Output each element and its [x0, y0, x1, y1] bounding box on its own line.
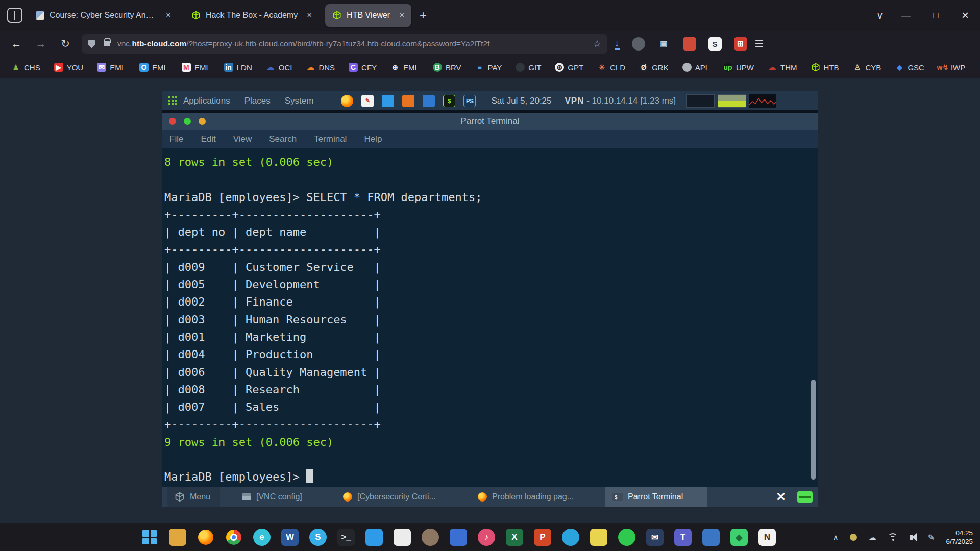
forward-button[interactable]: →	[29, 38, 53, 50]
cloud-tray-icon[interactable]: ☁	[868, 533, 876, 542]
bookmark-gsc-21[interactable]: ◆GSC	[895, 63, 924, 72]
taskbar-clock[interactable]: 04:256/7/2025	[946, 529, 973, 546]
powershell-icon[interactable]: PS	[463, 95, 476, 107]
back-button[interactable]: ←	[4, 38, 29, 50]
new-tab-button[interactable]: +	[420, 8, 427, 22]
url-text[interactable]: vnc.htb-cloud.com/?host=proxy-uk.htb-clo…	[117, 39, 593, 48]
https-lock-icon[interactable]	[104, 41, 110, 46]
window-close-button[interactable]: ×	[950, 0, 980, 31]
account-icon[interactable]	[632, 37, 645, 51]
terminal-menu-help[interactable]: Help	[364, 134, 382, 144]
vnc-task--cybersecurity-certi---[interactable]: [Cybersecurity Certi...	[336, 487, 456, 507]
volume-icon[interactable]	[910, 533, 917, 541]
applications-grid-icon[interactable]	[168, 96, 177, 105]
hidden-icons-chevron[interactable]: ∧	[832, 533, 839, 542]
vnc-viewer-canvas[interactable]: ApplicationsPlacesSystem ✎$PS Sat Jul 5,…	[162, 91, 818, 507]
tab-3[interactable]: HTB Viewer×	[325, 4, 411, 27]
panel-menu-system[interactable]: System	[285, 96, 314, 106]
bookmark-dns-7[interactable]: ☁DNS	[306, 63, 335, 72]
bookmark-cyb-20[interactable]: ♙CYB	[853, 63, 881, 72]
bookmark-cfy-8[interactable]: CCFY	[349, 63, 377, 72]
bookmark-htb-19[interactable]: HTB	[811, 63, 839, 72]
pen-tray-icon[interactable]: ✎	[928, 533, 935, 542]
tracking-protection-shield-icon[interactable]	[88, 40, 95, 48]
bookmark-oci-6[interactable]: ☁OCI	[266, 63, 292, 72]
skype-icon[interactable]: S	[309, 529, 327, 546]
panel-menu-applications[interactable]: Applications	[183, 96, 230, 106]
store-app-icon[interactable]	[450, 529, 467, 546]
sidebar-tabs-icon[interactable]	[7, 8, 22, 23]
terminal-icon[interactable]: >_	[337, 529, 355, 546]
taskbar-close-icon[interactable]: ✕	[776, 490, 786, 504]
vscode-icon[interactable]	[365, 529, 383, 546]
burpsuite-icon[interactable]	[402, 95, 414, 107]
notepad-app-icon[interactable]: N	[758, 529, 776, 546]
red-grid-extension-icon[interactable]: ⊞	[734, 37, 747, 51]
tab-1[interactable]: Course: Cyber Security Analyst -×	[29, 4, 178, 27]
app-menu-hamburger-icon[interactable]: ☰	[747, 38, 772, 50]
gimp-icon[interactable]	[422, 529, 439, 546]
bookmark-eml-2[interactable]: ✉EML	[97, 63, 126, 72]
notes-app-icon[interactable]	[394, 529, 411, 546]
display-settings-icon[interactable]	[797, 491, 813, 503]
ublock-icon[interactable]	[683, 37, 696, 51]
whatsapp-icon[interactable]	[618, 529, 635, 546]
tab-close-icon[interactable]: ×	[399, 10, 404, 20]
bookmark-eml-4[interactable]: MEML	[182, 63, 210, 72]
bookmark-eml-9[interactable]: ⊕EML	[390, 63, 419, 72]
bookmark-thm-18[interactable]: ☁THM	[768, 63, 797, 72]
workspace-preview-thumbnail[interactable]	[718, 94, 746, 108]
window-minimize-button[interactable]: —	[891, 0, 921, 31]
bookmark-git-12[interactable]: GIT	[516, 63, 541, 72]
excel-icon[interactable]: X	[506, 529, 523, 546]
bookmark-grk-15[interactable]: ØGRK	[639, 63, 669, 72]
word-icon[interactable]: W	[281, 529, 299, 546]
terminal-menu-file[interactable]: File	[169, 134, 183, 144]
vnc-task-problem-loading-pag---[interactable]: Problem loading pag...	[471, 487, 591, 507]
sticky-notes-icon[interactable]	[590, 529, 607, 546]
parrot-clock[interactable]: Sat Jul 5, 20:25	[491, 96, 551, 106]
terminal-menu-search[interactable]: Search	[269, 134, 297, 144]
bookmark-eml-3[interactable]: OEML	[139, 63, 168, 72]
bookmark-ldn-5[interactable]: inLDN	[224, 63, 252, 72]
teams-icon[interactable]: T	[674, 529, 692, 546]
bookmark-cld-14[interactable]: ✳CLD	[597, 63, 625, 72]
file-explorer-icon[interactable]	[169, 529, 186, 546]
wireshark-icon[interactable]	[423, 95, 435, 107]
bookmark-brv-10[interactable]: BBRV	[433, 63, 461, 72]
bookmark-iwp-22[interactable]: w↯IWP	[938, 63, 965, 72]
bookmark-gpt-13[interactable]: ⊛GPT	[555, 63, 583, 72]
terminal-menu-terminal[interactable]: Terminal	[314, 134, 347, 144]
vnc-task-menu[interactable]: Menu	[167, 487, 220, 507]
tab-2[interactable]: Hack The Box - Academy×	[184, 4, 319, 27]
chrome-icon[interactable]	[225, 529, 242, 546]
weather-tray-icon[interactable]	[850, 534, 857, 541]
panel-menu-places[interactable]: Places	[244, 96, 271, 106]
terminal-menu-edit[interactable]: Edit	[201, 134, 215, 144]
bookmark-chs-0[interactable]: ♟CHS	[11, 63, 40, 72]
text-editor-icon[interactable]: ✎	[361, 95, 374, 107]
vscode-icon[interactable]	[382, 95, 394, 107]
vnc-task-parrot-terminal[interactable]: $_Parrot Terminal	[605, 487, 707, 507]
powerpoint-icon[interactable]: P	[534, 529, 551, 546]
bookmark-star-icon[interactable]: ☆	[593, 38, 601, 49]
sider-icon[interactable]: S	[708, 37, 722, 51]
terminal-output[interactable]: 8 rows in set (0.006 sec) MariaDB [emplo…	[162, 148, 818, 487]
terminal-icon[interactable]: $	[443, 95, 455, 107]
bookmark-you-1[interactable]: ▶YOU	[54, 63, 84, 72]
terminal-menu-view[interactable]: View	[233, 134, 252, 144]
greenshot-icon[interactable]: ◆	[730, 529, 748, 546]
extension-icon[interactable]: ▣	[657, 37, 671, 51]
tab-close-icon[interactable]: ×	[307, 10, 312, 20]
bookmark-apl-16[interactable]: APL	[682, 63, 709, 72]
firefox-icon[interactable]	[197, 529, 214, 546]
downloads-icon[interactable]: ↓	[615, 38, 620, 50]
firefox-icon[interactable]	[341, 95, 353, 107]
edge-icon[interactable]: e	[253, 529, 271, 546]
music-app-icon[interactable]: ♪	[478, 529, 495, 546]
window-maximize-button[interactable]: □	[921, 0, 950, 31]
bookmark-upw-17[interactable]: upUPW	[723, 63, 754, 72]
telegram-icon[interactable]	[562, 529, 579, 546]
tab-close-icon[interactable]: ×	[166, 10, 171, 20]
bookmark-pay-11[interactable]: ≡PAY	[475, 63, 502, 72]
